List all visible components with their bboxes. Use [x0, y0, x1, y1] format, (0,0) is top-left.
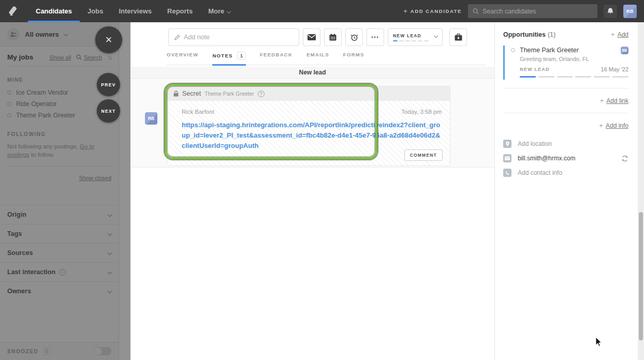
note-author-name: Rick Barfoot	[182, 109, 214, 115]
add-location-label: Add location	[518, 140, 552, 147]
add-link-button[interactable]: + Add link	[600, 97, 628, 104]
add-candidate-button[interactable]: + ADD CANDIDATE	[403, 7, 462, 15]
nav-item-reports[interactable]: Reports	[159, 0, 200, 22]
help-icon[interactable]	[258, 91, 265, 97]
add-contact-info-label: Add contact info	[518, 169, 562, 176]
opportunities-sidebar: Opportunities (1) + Add Theme Park Greet…	[494, 22, 644, 360]
comment-button[interactable]: COMMENT	[404, 149, 443, 161]
calendar-icon	[329, 34, 336, 41]
plus-icon: +	[611, 31, 615, 38]
opportunity-stage: NEW LEAD	[520, 67, 550, 72]
note-timestamp: Today, 3:58 pm	[401, 109, 442, 115]
chevron-down-icon	[227, 9, 231, 13]
stage-label: NEW LEAD	[393, 33, 421, 38]
sync-email-button[interactable]	[621, 155, 628, 162]
stage-section-header: New lead	[130, 67, 494, 79]
tab-forms[interactable]: FORMS	[343, 52, 364, 62]
add-to-job-button[interactable]	[449, 28, 467, 46]
location-icon	[503, 140, 511, 148]
opportunity-card[interactable]: Theme Park Greeter RB Greeting team, Orl…	[503, 46, 628, 80]
scrollbar-thumb[interactable]	[639, 212, 643, 340]
add-info-row: + Add info	[503, 122, 628, 129]
top-nav: Candidates Jobs Interviews Reports More …	[0, 0, 644, 22]
add-opportunity-label: Add	[618, 31, 628, 38]
bell-icon	[607, 7, 614, 15]
notifications-button[interactable]	[604, 5, 617, 18]
plus-icon: +	[599, 122, 603, 129]
note-visibility-label: Secret	[182, 90, 201, 97]
add-link-label: Add link	[606, 97, 628, 104]
opportunity-owner-avatar: RB	[621, 47, 628, 54]
opportunity-stage-row: NEW LEAD 16 May '22	[520, 66, 628, 72]
add-info-label: Add info	[606, 122, 628, 129]
add-note-input[interactable]	[184, 34, 294, 41]
plus-icon: +	[600, 97, 604, 104]
nav-item-label: Reports	[167, 7, 193, 15]
note-author-avatar: RB	[145, 112, 157, 125]
plus-icon: +	[403, 7, 407, 15]
opportunity-progress	[520, 76, 628, 78]
profile-center-column: NEW LEAD OVERVIEW	[130, 22, 494, 360]
stage-dropdown[interactable]: NEW LEAD	[388, 28, 443, 46]
note-meta: Rick Barfoot Today, 3:58 pm	[167, 101, 450, 115]
briefcase-icon	[455, 34, 462, 41]
note-header: Secret Theme Park Greeter	[167, 86, 450, 101]
nav-item-interviews[interactable]: Interviews	[111, 0, 159, 22]
prev-candidate-button[interactable]: PREV	[97, 73, 120, 96]
divider	[503, 88, 628, 88]
opportunities-header: Opportunities (1) + Add	[503, 31, 628, 38]
email-icon	[503, 154, 511, 162]
opportunities-count: (1)	[548, 31, 555, 38]
nav-items: Candidates Jobs Interviews Reports More	[28, 0, 238, 22]
add-opportunity-button[interactable]: + Add	[611, 31, 628, 38]
profile-panel: NEW LEAD OVERVIEW	[130, 22, 644, 360]
add-note-field[interactable]	[168, 28, 299, 46]
page-body: All owners My jobs Show all Search MINE	[0, 22, 644, 360]
close-profile-button[interactable]	[95, 26, 122, 53]
nav-item-candidates[interactable]: Candidates	[28, 0, 80, 22]
tab-emails[interactable]: EMAILS	[306, 52, 329, 62]
lock-icon	[173, 91, 179, 97]
nav-item-label: Interviews	[119, 7, 152, 15]
tab-label: NOTES	[212, 53, 232, 58]
stage-progress	[393, 40, 437, 41]
nav-right: + ADD CANDIDATE RB	[403, 0, 644, 22]
tab-notes[interactable]: NOTES 1	[212, 52, 246, 66]
more-actions-button[interactable]	[367, 28, 384, 46]
vertical-scrollbar[interactable]	[638, 22, 644, 360]
user-avatar[interactable]: RB	[623, 5, 637, 18]
candidate-email: bill.smith@hrmx.com	[518, 155, 576, 162]
tab-overview[interactable]: OVERVIEW	[167, 52, 198, 62]
profile-toolbar: NEW LEAD	[168, 28, 467, 46]
tab-label: FEEDBACK	[260, 52, 292, 57]
add-contact-info-row[interactable]: Add contact info	[503, 166, 628, 180]
nav-item-label: Jobs	[87, 7, 103, 15]
candidate-search-box[interactable]	[468, 4, 597, 18]
phone-icon	[503, 169, 511, 177]
search-input[interactable]	[482, 8, 593, 15]
nav-item-label: More	[208, 7, 224, 15]
note-body-link[interactable]: https://api-staging.hrintegrations.com/A…	[182, 120, 443, 151]
nav-item-label: Candidates	[36, 7, 72, 15]
tab-feedback[interactable]: FEEDBACK	[260, 52, 292, 62]
job-circle-icon	[511, 48, 515, 52]
schedule-button[interactable]	[324, 28, 342, 46]
lever-logo[interactable]	[0, 0, 28, 22]
email-contact-row[interactable]: bill.smith@hrmx.com	[503, 151, 628, 166]
snooze-button[interactable]	[345, 28, 363, 46]
add-location-row[interactable]: Add location	[503, 137, 628, 151]
note-body: Rick Barfoot Today, 3:58 pm https://api-…	[167, 101, 450, 166]
note-job-label: Theme Park Greeter	[204, 91, 254, 97]
notes-count-badge: 1	[237, 52, 246, 59]
lever-logo-icon	[7, 5, 21, 18]
divider	[503, 113, 628, 113]
opportunities-title: Opportunities	[503, 31, 546, 38]
next-candidate-button[interactable]: NEXT	[97, 99, 120, 123]
refresh-icon	[621, 155, 628, 162]
tab-label: EMAILS	[306, 52, 329, 57]
email-button[interactable]	[303, 28, 320, 46]
add-info-button[interactable]: + Add info	[599, 122, 628, 129]
nav-item-jobs[interactable]: Jobs	[80, 0, 111, 22]
notes-list: RB Secret Theme Park Greeter Rick Bar	[130, 79, 494, 168]
nav-item-more[interactable]: More	[200, 0, 238, 22]
